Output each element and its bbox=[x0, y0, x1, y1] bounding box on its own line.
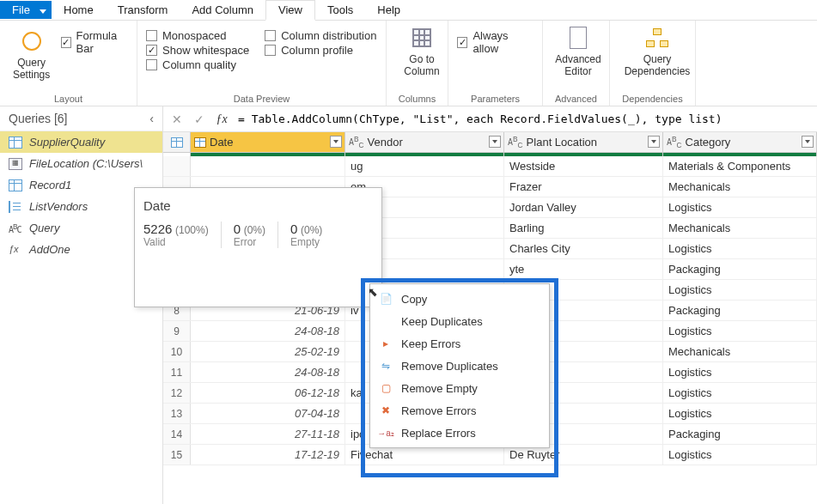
gear-icon bbox=[22, 32, 41, 51]
cell-category: Packaging bbox=[663, 424, 817, 444]
cell-category: Logistics bbox=[663, 197, 817, 217]
column-plant-location[interactable]: ABC Plant Location bbox=[504, 132, 663, 152]
group-dependencies-label: Dependencies bbox=[619, 92, 686, 106]
cell-date bbox=[191, 156, 345, 176]
cell-category: Logistics bbox=[663, 362, 817, 382]
cell-category: Materials & Components bbox=[663, 156, 817, 176]
text-type-icon: ABC bbox=[667, 135, 682, 149]
show-whitespace-checkbox[interactable]: Show whitespace bbox=[146, 44, 249, 57]
text-type-icon: ABC bbox=[349, 135, 364, 149]
row-number: 14 bbox=[163, 424, 191, 444]
menu-copy[interactable]: 📄Copy bbox=[370, 288, 549, 310]
group-data-preview-label: Data Preview bbox=[146, 92, 377, 106]
cell-category: Logistics bbox=[663, 321, 817, 341]
rem-err-icon: ✖ bbox=[379, 404, 393, 417]
column-category[interactable]: ABC Category bbox=[663, 132, 817, 152]
always-allow-checkbox[interactable]: Always allow bbox=[457, 26, 533, 55]
abc-icon: ABC bbox=[9, 222, 22, 234]
cell-date: 07-04-18 bbox=[191, 404, 345, 423]
row-number: 11 bbox=[163, 362, 191, 382]
cancel-formula-button[interactable]: ✕ bbox=[168, 112, 186, 126]
monospaced-checkbox[interactable]: Monospaced bbox=[146, 29, 249, 42]
group-columns-label: Columns bbox=[395, 92, 439, 106]
cell-date: 24-08-18 bbox=[191, 321, 345, 341]
cell-plant: Jordan Valley bbox=[504, 197, 663, 217]
copy-icon: 📄 bbox=[379, 292, 393, 306]
column-profile-checkbox[interactable]: Column profile bbox=[265, 44, 376, 57]
grid-icon bbox=[412, 28, 431, 47]
column-distribution-checkbox[interactable]: Column distribution bbox=[265, 29, 376, 42]
table-icon bbox=[9, 137, 22, 149]
cell-category: Logistics bbox=[663, 280, 817, 300]
column-date[interactable]: Date bbox=[191, 132, 345, 152]
filter-dropdown-icon[interactable] bbox=[648, 136, 660, 148]
menu-tabs: File Home Transform Add Column View Tool… bbox=[0, 0, 817, 21]
formula-input[interactable] bbox=[235, 110, 812, 128]
cell-plant: yte bbox=[504, 259, 663, 279]
query-filelocation[interactable]: ▦FileLocation (C:\Users\ bbox=[0, 153, 162, 174]
advanced-editor-button[interactable]: Advanced Editor bbox=[552, 24, 605, 77]
query-dependencies-button[interactable]: Query Dependencies bbox=[619, 24, 696, 77]
fx-icon: ƒx bbox=[9, 244, 22, 256]
query-settings-button[interactable]: Query Settings bbox=[9, 27, 54, 81]
filter-dropdown-icon[interactable] bbox=[802, 136, 814, 148]
group-parameters-label: Parameters bbox=[457, 92, 533, 106]
checkbox-icon bbox=[265, 45, 276, 56]
cell-category: Logistics bbox=[663, 383, 817, 403]
cell-plant: Westside bbox=[504, 156, 663, 176]
row-number: 9 bbox=[163, 321, 191, 341]
tab-view[interactable]: View bbox=[265, 0, 315, 21]
menu-remove-errors[interactable]: ✖Remove Errors bbox=[370, 399, 549, 422]
chevron-left-icon[interactable]: ‹ bbox=[149, 112, 154, 125]
checkbox-icon bbox=[146, 45, 157, 56]
formula-bar-checkbox[interactable]: Formula Bar bbox=[61, 29, 128, 55]
text-type-icon: ABC bbox=[508, 135, 523, 149]
query-supplierquality[interactable]: SupplierQuality bbox=[0, 131, 162, 153]
rem-empty-icon: ▢ bbox=[379, 381, 393, 395]
menu-remove-empty[interactable]: ▢Remove Empty bbox=[370, 377, 549, 399]
tab-add-column[interactable]: Add Column bbox=[180, 1, 265, 19]
cell-date: 27-11-18 bbox=[191, 424, 345, 444]
column-quality-checkbox[interactable]: Column quality bbox=[146, 58, 249, 71]
menu-replace-errors[interactable]: →a₂Replace Errors bbox=[370, 422, 549, 444]
menu-remove-duplicates[interactable]: ⇋Remove Duplicates bbox=[370, 355, 549, 377]
quality-title: Date bbox=[143, 198, 373, 213]
tab-file[interactable]: File bbox=[0, 1, 52, 19]
row-number: 12 bbox=[163, 383, 191, 403]
grid-corner[interactable] bbox=[163, 132, 191, 152]
row-number: 15 bbox=[163, 445, 191, 465]
column-quality-popup: Date 5226 (100%) Valid 0 (0%) Error 0 (0… bbox=[134, 187, 382, 307]
tab-transform[interactable]: Transform bbox=[106, 1, 180, 19]
row-number bbox=[163, 156, 191, 176]
tab-help[interactable]: Help bbox=[365, 1, 412, 19]
column-vendor[interactable]: ABC Vendor bbox=[345, 132, 504, 152]
table-icon bbox=[9, 179, 22, 191]
checkbox-icon bbox=[265, 30, 276, 41]
table-row[interactable]: ugWestsideMaterials & Components bbox=[163, 156, 817, 177]
fx-icon: ƒx bbox=[213, 112, 230, 126]
ribbon: Query Settings Formula Bar Layout Monosp… bbox=[0, 21, 817, 106]
tab-tools[interactable]: Tools bbox=[315, 1, 365, 19]
cell-vendor: ug bbox=[345, 156, 504, 176]
menu-keep-duplicates[interactable]: Keep Duplicates bbox=[370, 310, 549, 332]
cell-category: Logistics bbox=[663, 445, 817, 465]
menu-keep-errors[interactable]: ▸Keep Errors bbox=[370, 332, 549, 355]
cell-category: Mechanicals bbox=[663, 177, 817, 197]
cell-plant: Frazer bbox=[504, 177, 663, 197]
formula-bar: ✕ ✓ ƒx bbox=[163, 106, 817, 132]
queries-header[interactable]: Queries [6] ‹ bbox=[0, 106, 162, 131]
accept-formula-button[interactable]: ✓ bbox=[191, 112, 208, 126]
checkbox-icon bbox=[146, 30, 157, 41]
tab-home[interactable]: Home bbox=[52, 1, 106, 19]
keep-dup-icon bbox=[379, 314, 393, 328]
filter-dropdown-icon[interactable] bbox=[330, 136, 342, 148]
dependencies-icon bbox=[646, 28, 668, 47]
group-layout-label: Layout bbox=[9, 92, 128, 106]
checkbox-icon bbox=[457, 37, 467, 48]
replace-err-icon: →a₂ bbox=[379, 426, 393, 440]
cell-date: 17-12-19 bbox=[191, 445, 345, 465]
table-icon bbox=[171, 137, 183, 148]
go-to-column-button[interactable]: Go to Column bbox=[395, 24, 448, 77]
filter-dropdown-icon[interactable] bbox=[489, 136, 501, 148]
cell-plant: Charles City bbox=[504, 239, 663, 258]
